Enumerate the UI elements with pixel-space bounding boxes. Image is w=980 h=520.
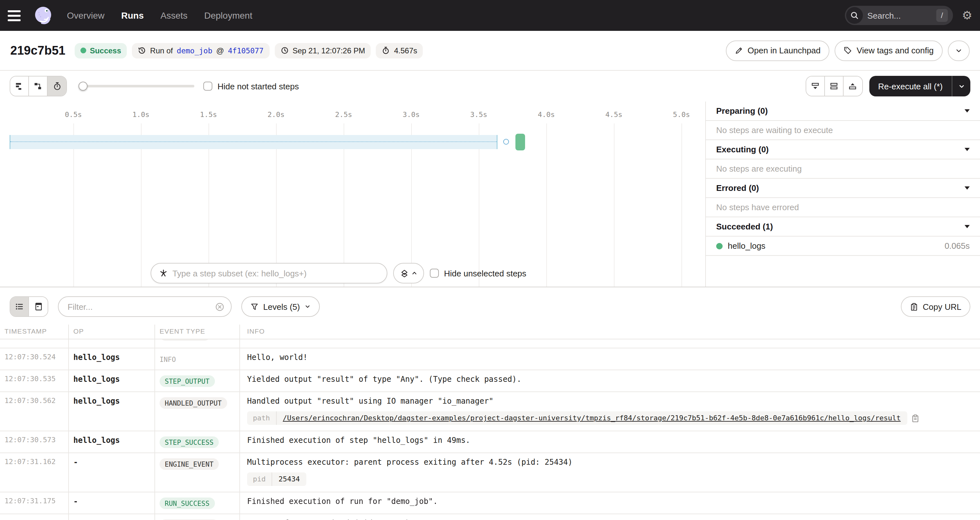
dagster-logo-icon[interactable] — [32, 5, 54, 26]
log-row[interactable]: 12:07:30.562hello_logsHANDLED_OUTPUTHand… — [0, 392, 980, 431]
gridline — [614, 124, 614, 287]
event-type-badge: STEP_SUCCESS — [159, 436, 219, 448]
collapse-top-button[interactable] — [843, 76, 862, 96]
status-section-header[interactable]: Errored (0) — [706, 179, 980, 198]
step-list-item[interactable]: hello_logs0.065s — [706, 236, 980, 256]
hide-unselected-checkbox[interactable]: Hide unselected steps — [430, 268, 527, 278]
log-op — [69, 339, 155, 348]
copy-path-icon[interactable] — [911, 414, 920, 423]
graph-query-toggle-button[interactable] — [393, 263, 424, 284]
log-row[interactable]: 12:07:31.204-ENGINE_EVENTProcess for run… — [0, 514, 980, 520]
duration-tag: 4.567s — [376, 43, 423, 58]
search-input[interactable]: Search... / — [845, 6, 953, 25]
reexecute-all-button[interactable]: Re-execute all (*) — [869, 76, 952, 97]
log-op: hello_logs — [69, 349, 155, 369]
run-header: 219c7b51 Success Run of demo_job @ 4f105… — [0, 31, 980, 71]
axis-tick-label: 1.5s — [200, 111, 217, 119]
log-timestamp: 12:07:30.562 — [0, 392, 69, 431]
run-of-tag: Run of demo_job @ 4f105077 — [132, 43, 270, 58]
open-in-launchpad-button[interactable]: Open in Launchpad — [726, 40, 830, 61]
gantt-view-mode-group — [10, 76, 67, 97]
metadata-value[interactable]: /Users/erincochran/Desktop/dagster-examp… — [276, 411, 907, 425]
tag-icon — [844, 46, 852, 55]
axis-tick-label: 5.0s — [673, 111, 690, 119]
log-row[interactable]: 12:07:31.162-ENGINE_EVENTMultiprocess ex… — [0, 453, 980, 492]
status-section-empty-text: No steps have errored — [706, 198, 980, 217]
log-info-cell: Finished execution of run for "demo_job"… — [240, 492, 980, 514]
gantt-chart[interactable]: 0.5s1.0s1.5s2.0s2.5s3.0s3.5s4.0s4.5s5.0s… — [0, 101, 706, 287]
nav-tab-overview[interactable]: Overview — [67, 10, 105, 21]
flat-view-button[interactable] — [10, 76, 29, 96]
copy-url-button[interactable]: Copy URL — [901, 296, 970, 317]
menu-icon[interactable] — [8, 7, 24, 24]
log-row[interactable]: 12:07:30.524hello_logsINFOHello, world! — [0, 349, 980, 370]
log-row[interactable]: 12:07:30.535hello_logsSTEP_OUTPUTYielded… — [0, 370, 980, 392]
gear-icon[interactable]: ⚙ — [962, 10, 972, 21]
list-icon — [15, 302, 24, 311]
status-section-header[interactable]: Executing (0) — [706, 140, 980, 159]
log-timestamp — [0, 339, 69, 348]
nav-tab-runs[interactable]: Runs — [121, 10, 144, 21]
pencil-icon — [735, 46, 743, 55]
log-event-type-cell: ENGINE_EVENT — [155, 453, 240, 492]
metadata-entry: path/Users/erincochran/Desktop/dagster-e… — [247, 411, 907, 425]
structured-view-icon — [34, 302, 43, 311]
chevron-down-icon — [964, 109, 970, 113]
log-event-type-cell: STEP_OUTPUT — [155, 370, 240, 392]
levels-dropdown-button[interactable]: Levels (5) — [241, 296, 320, 317]
job-link[interactable]: demo_job — [177, 46, 212, 55]
reexecute-dropdown-button[interactable] — [952, 76, 970, 97]
search-icon — [846, 7, 863, 24]
event-type-badge: STEP_OUTPUT — [159, 376, 215, 387]
panel-layout-group — [805, 76, 862, 97]
zoom-slider[interactable] — [78, 82, 194, 90]
step-status-panel: Preparing (0)No steps are waiting to exe… — [706, 101, 980, 287]
status-section-header[interactable]: Preparing (0) — [706, 101, 980, 121]
split-panels-icon — [829, 82, 838, 90]
log-table-header: TIMESTAMPOPEVENT TYPEINFO — [0, 325, 980, 339]
status-section-header[interactable]: Succeeded (1) — [706, 217, 980, 236]
step-success-dot-icon — [716, 243, 722, 249]
layers-icon — [400, 269, 408, 277]
log-row[interactable]: 12:07:30.573hello_logsSTEP_SUCCESSFinish… — [0, 431, 980, 453]
waterfall-view-button[interactable] — [29, 76, 48, 96]
top-nav: OverviewRunsAssetsDeployment Search... /… — [0, 0, 980, 31]
log-event-type-cell: HANDLED_OUTPUT — [155, 392, 240, 431]
log-list-view-button[interactable] — [10, 297, 29, 316]
zoom-slider-track — [78, 85, 194, 87]
step-subset-input[interactable]: Type a step subset (ex: hello_logs+) — [151, 263, 387, 284]
log-timestamp: 12:07:31.162 — [0, 453, 69, 492]
step-bar-hello-logs[interactable] — [515, 134, 525, 151]
log-info-cell: Started execution of step "hello_logs". — [240, 339, 980, 348]
commit-link[interactable]: 4f105077 — [228, 46, 264, 55]
timed-view-button[interactable] — [48, 76, 66, 96]
chevron-up-icon — [411, 270, 417, 276]
log-info-cell: Handled output "result" using IO manager… — [240, 392, 980, 431]
run-actions-dropdown-button[interactable] — [948, 40, 970, 61]
zoom-slider-knob[interactable] — [78, 82, 88, 90]
log-filter-placeholder: Filter... — [68, 302, 215, 311]
split-panels-button[interactable] — [825, 76, 843, 96]
event-type-badge: RUN_SUCCESS — [159, 498, 215, 509]
nav-tab-deployment[interactable]: Deployment — [204, 10, 252, 21]
metadata-entry: pid25434 — [247, 472, 306, 486]
axis-tick-label: 4.0s — [538, 111, 555, 119]
checkbox-icon — [203, 82, 212, 90]
log-row[interactable]: STEP_STARTStarted execution of step "hel… — [0, 339, 980, 349]
collapse-bottom-button[interactable] — [806, 76, 825, 96]
hide-not-started-checkbox[interactable]: Hide not started steps — [203, 81, 299, 91]
view-tags-config-button[interactable]: View tags and config — [835, 40, 943, 61]
status-section-title: Errored (0) — [716, 183, 964, 193]
search-placeholder: Search... — [867, 11, 936, 20]
nav-tab-assets[interactable]: Assets — [161, 10, 188, 21]
status-section-empty-text: No steps are executing — [706, 159, 980, 179]
clear-filter-icon[interactable] — [215, 302, 224, 311]
log-row[interactable]: 12:07:31.175-RUN_SUCCESSFinished executi… — [0, 492, 980, 514]
log-timestamp: 12:07:31.175 — [0, 492, 69, 514]
log-filter-input[interactable]: Filter... — [58, 296, 232, 317]
step-duration: 0.065s — [945, 241, 970, 250]
dagster-run-page: OverviewRunsAssetsDeployment Search... /… — [0, 0, 980, 520]
log-structured-view-button[interactable] — [29, 297, 48, 316]
stopwatch-icon — [382, 46, 390, 55]
status-section-title: Succeeded (1) — [716, 222, 964, 231]
